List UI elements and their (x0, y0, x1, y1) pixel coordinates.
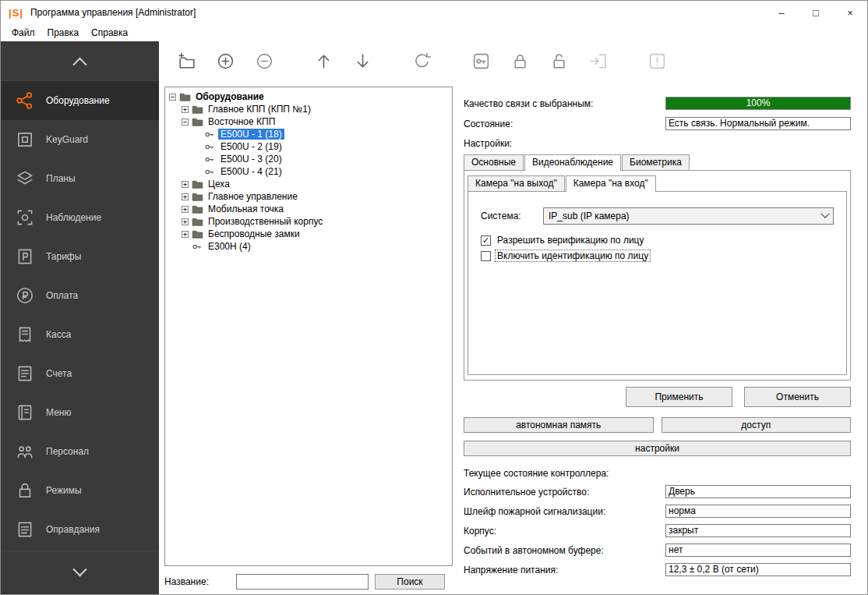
checkbox-label[interactable]: Разрешить верификацию по лицу (496, 235, 645, 246)
maximize-button[interactable]: □ (799, 1, 833, 24)
folder-icon (192, 191, 203, 203)
payment-icon (15, 285, 35, 306)
checkbox-row: ✓Разрешить верификацию по лицу (481, 235, 846, 246)
cancel-button[interactable]: Отменить (744, 387, 851, 407)
staff-icon (15, 441, 35, 462)
tree-node-label: Главное КПП (КПП №1) (206, 104, 313, 115)
tab-1[interactable]: Видеонаблюдение (524, 154, 621, 171)
equipment-icon (15, 90, 35, 111)
workspace: −Оборудование+Главное КПП (КПП №1)−Восто… (159, 81, 867, 594)
settings-tabs: ОсновныеВидеонаблюдениеБиометрика (464, 154, 851, 170)
sidebar-item-modes[interactable]: Режимы (1, 471, 159, 510)
controller-state-title: Текущее состояние контроллера: (464, 468, 851, 479)
sidebar-item-accounts[interactable]: Счета (1, 354, 159, 393)
sidebar-item-observation[interactable]: Наблюдение (1, 198, 159, 237)
device-tree-column: −Оборудование+Главное КПП (КПП №1)−Восто… (159, 81, 453, 594)
controller-field-label: Напряжение питания: (464, 565, 665, 576)
sidebar-item-excuses[interactable]: Оправдания (1, 510, 159, 549)
expand-icon[interactable]: + (182, 231, 189, 238)
tree-row[interactable]: E500U - 4 (21) (165, 165, 452, 178)
camera-tab-1[interactable]: Камера "на вход" (566, 175, 656, 192)
tab-2[interactable]: Биометрика (622, 154, 690, 170)
sidebar-item-label: Наблюдение (46, 212, 101, 223)
sidebar-item-keyguard[interactable]: KeyGuard (1, 120, 159, 159)
folder-icon (192, 179, 203, 190)
search-input[interactable] (236, 574, 369, 590)
collapse-icon[interactable]: − (182, 119, 189, 126)
sidebar-list: ОборудованиеKeyGuardПланыНаблюдениеТариф… (1, 81, 159, 549)
sidebar-scroll-up[interactable] (1, 41, 159, 81)
expand-icon[interactable]: + (182, 181, 189, 188)
device-tree: −Оборудование+Главное КПП (КПП №1)−Восто… (164, 87, 453, 566)
tree-row[interactable]: E500U - 2 (19) (165, 140, 452, 153)
sidebar-item-plans[interactable]: Планы (1, 159, 159, 198)
sidebar-item-menu[interactable]: Меню (1, 393, 159, 432)
tree-row[interactable]: +Главное КПП (КПП №1) (165, 103, 452, 115)
camera-tab-0[interactable]: Камера "на выход" (468, 175, 565, 191)
keyguard-icon (15, 129, 35, 150)
controller-field-value: 12,3 ± 0,2 В (от сети) (665, 563, 851, 576)
door-enter-button[interactable] (587, 51, 608, 72)
sidebar-item-tariffs[interactable]: Тарифы (1, 237, 159, 276)
expand-icon[interactable]: + (182, 106, 189, 113)
sidebar-item-equipment[interactable]: Оборудование (1, 81, 159, 120)
refresh-button[interactable] (411, 51, 432, 72)
move-down-button[interactable] (352, 51, 372, 72)
apply-button[interactable]: Применить (626, 387, 732, 407)
sidebar-item-label: Планы (46, 173, 76, 184)
tree-row[interactable]: E500U - 1 (18) (165, 128, 452, 140)
add-folder-button[interactable] (176, 51, 196, 72)
checkbox-label[interactable]: Включить идентификацию по лицу (496, 250, 650, 261)
autonomous-memory-button[interactable]: автономная память (464, 417, 654, 433)
settings-button[interactable]: настройки (464, 441, 851, 456)
sidebar-item-label: Счета (46, 368, 72, 379)
lock-open-button[interactable] (549, 51, 569, 72)
expand-icon[interactable]: + (182, 218, 189, 225)
tree-row[interactable]: E500U - 3 (20) (165, 153, 452, 165)
sidebar-item-staff[interactable]: Персонал (1, 432, 159, 471)
tree-node-label: Восточное КПП (206, 116, 277, 127)
menu-edit[interactable]: Правка (41, 25, 86, 41)
menu-help[interactable]: Справка (85, 25, 134, 41)
remove-circle-button[interactable] (254, 51, 274, 72)
window-title: Программа управления [Administrator] (30, 7, 196, 18)
close-button[interactable]: × (833, 1, 867, 24)
tree-row[interactable]: +Производственный корпус (165, 215, 452, 228)
tree-row[interactable]: +Беспроводные замки (165, 228, 452, 240)
key-box-button[interactable] (471, 51, 491, 72)
add-folder-icon (177, 51, 196, 71)
sidebar-item-label: Оправдания (46, 524, 100, 535)
sidebar-item-payment[interactable]: Оплата (1, 276, 159, 315)
unchecked-checkbox[interactable] (481, 251, 491, 261)
key-icon (204, 129, 216, 140)
folder-icon (192, 116, 203, 128)
lock-closed-button[interactable] (510, 51, 530, 72)
tree-row[interactable]: +Главное управление (165, 190, 452, 203)
link-quality-progressbar: 100% (665, 97, 851, 110)
menu-file[interactable]: Файл (5, 25, 41, 41)
minimize-button[interactable]: – (764, 1, 799, 24)
expand-icon[interactable]: + (182, 193, 189, 200)
accounts-icon (15, 363, 35, 384)
search-button[interactable]: Поиск (375, 574, 445, 590)
tree-row[interactable]: −Восточное КПП (165, 115, 452, 128)
tree-row[interactable]: +Цеха (165, 178, 452, 190)
system-label: Система: (481, 211, 543, 221)
sidebar-scroll-down[interactable] (1, 551, 159, 594)
add-circle-button[interactable] (215, 51, 235, 72)
warning-button[interactable] (647, 51, 667, 72)
chevron-down-icon (72, 562, 86, 576)
tree-row[interactable]: −Оборудование (165, 90, 452, 103)
access-button[interactable]: доступ (662, 417, 852, 433)
move-up-button[interactable] (313, 51, 333, 72)
sidebar-item-cashbox[interactable]: Касса (1, 315, 159, 354)
expand-icon[interactable]: + (182, 206, 189, 213)
move-down-icon (353, 51, 372, 71)
tree-row[interactable]: +Мобильная точка (165, 203, 452, 215)
system-select[interactable]: IP_sub (IP камера) (543, 207, 834, 225)
checked-checkbox[interactable]: ✓ (481, 236, 491, 246)
collapse-icon[interactable]: − (169, 94, 176, 101)
tab-0[interactable]: Основные (464, 154, 524, 170)
window-controls: – □ × (764, 1, 867, 24)
tree-row[interactable]: E300H (4) (165, 240, 452, 253)
